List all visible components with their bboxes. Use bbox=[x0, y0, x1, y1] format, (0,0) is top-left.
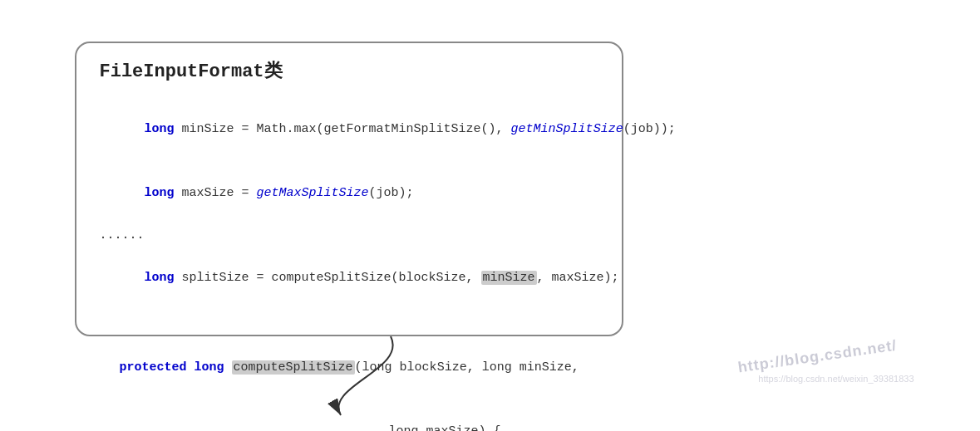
kw-long-1: long bbox=[145, 122, 175, 136]
code-line-4: long splitSize = computeSplitSize(blockS… bbox=[100, 246, 598, 310]
arrow-svg bbox=[258, 336, 507, 419]
kw-long-4: long bbox=[145, 271, 175, 285]
arrow-path bbox=[338, 336, 392, 415]
code-text-4b: , maxSize); bbox=[537, 271, 619, 285]
code-space2 bbox=[224, 360, 232, 375]
ellipsis: ...... bbox=[100, 228, 145, 242]
code-line-2: long maxSize = getMaxSplitSize(job); bbox=[100, 161, 598, 225]
kw-long-b: long bbox=[195, 360, 224, 375]
code-space bbox=[187, 360, 195, 375]
bottom-indent: long maxSize) { bbox=[120, 424, 501, 432]
code-text-4: splitSize = computeSplitSize(blockSize, bbox=[175, 271, 481, 285]
kw-italic-1: getMinSplitSize bbox=[511, 122, 623, 136]
highlight-minSize: minSize bbox=[481, 271, 537, 285]
code-line-1: long minSize = Math.max(getFormatMinSpli… bbox=[100, 98, 598, 162]
code-text-1b: (job)); bbox=[623, 122, 676, 136]
code-text-1: minSize = Math.max(getFormatMinSplitSize… bbox=[175, 122, 511, 136]
kw-italic-2: getMaxSplitSize bbox=[257, 186, 369, 200]
callout-box: FileInputFormat类 long minSize = Math.max… bbox=[75, 42, 623, 336]
code-text-2: maxSize = bbox=[175, 186, 257, 200]
callout-title: FileInputFormat类 bbox=[100, 58, 288, 83]
code-line-3: ...... bbox=[100, 225, 598, 247]
code-text-2b: (job); bbox=[369, 186, 414, 200]
kw-protected: protected bbox=[120, 360, 187, 375]
kw-long-2: long bbox=[145, 186, 175, 200]
main-container: FileInputFormat类 long minSize = Math.max… bbox=[33, 17, 948, 415]
